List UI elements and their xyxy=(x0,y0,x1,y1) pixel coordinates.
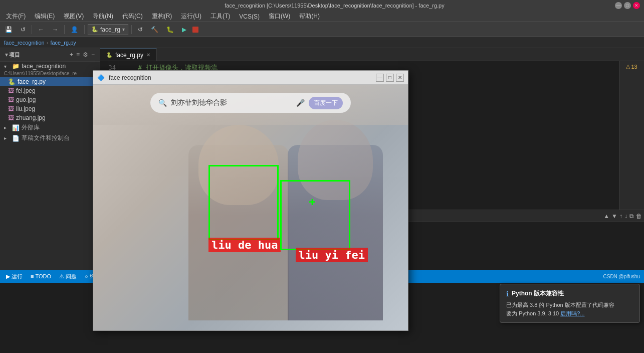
status-run-button[interactable]: ▶ 运行 xyxy=(4,273,25,280)
tree-item-face-rg[interactable]: 🐍 face_rg.py xyxy=(0,77,100,86)
face-win-maximize[interactable]: □ xyxy=(386,74,394,82)
csdn-attribution: CSDN @pifushu xyxy=(603,274,640,279)
notification-header: ℹ Python 版本兼容性 xyxy=(506,289,633,298)
face-win-minimize[interactable]: — xyxy=(376,74,384,82)
terminal-scroll-up[interactable]: ▲ xyxy=(603,213,609,220)
sync-button[interactable]: ↺ xyxy=(18,25,29,34)
tab-label: face_rg.py xyxy=(115,52,143,59)
back-button[interactable]: ← xyxy=(35,25,47,34)
save-button[interactable]: 💾 xyxy=(2,25,16,34)
search-button[interactable]: 百度一下 xyxy=(309,97,343,109)
file-icon-face-rg: 🐍 xyxy=(8,78,16,85)
face-window-titlebar: 🔷 face recognition — □ ✕ xyxy=(93,71,408,85)
menu-view[interactable]: 视图(V) xyxy=(60,11,88,22)
scratch-icon: 📄 xyxy=(12,135,20,142)
issues-icon: ⚠ xyxy=(59,273,64,280)
menu-window[interactable]: 窗口(W) xyxy=(265,11,294,22)
face-label-person1: liu de hua xyxy=(208,238,281,252)
toolbar-separator3 xyxy=(84,25,85,34)
sidebar-header: ▾ 项目 + ≡ ⚙ − xyxy=(0,48,100,62)
face-content: 🔍 刘亦菲刘德华合影 🎤 百度一下 + liu de hua liu yi fe… xyxy=(93,85,408,330)
tree-label-guo: guo.jpg xyxy=(16,96,96,103)
build-button[interactable]: 🔨 xyxy=(148,25,161,34)
todo-icon: ≡ xyxy=(31,273,34,279)
tree-item-fei[interactable]: 🖼 fei.jpeg xyxy=(0,86,100,95)
notification-title: Python 版本兼容性 xyxy=(512,289,564,298)
status-right: Python 版本兼容性 CSDN @pifushu xyxy=(603,274,640,279)
folder-icon-root: 📁 xyxy=(12,63,20,70)
notification-link[interactable]: 启用吗?... xyxy=(560,310,584,316)
tree-arrow-scratch: ▸ xyxy=(4,135,10,141)
tab-close-button[interactable]: ✕ xyxy=(146,52,150,58)
sidebar-add-button[interactable]: + xyxy=(69,50,74,59)
breadcrumb: face_recognition › face_rg.py xyxy=(0,37,644,48)
menu-edit[interactable]: 编辑(E) xyxy=(31,11,59,22)
run-label: 运行 xyxy=(12,273,23,280)
external-libs-icon: 📊 xyxy=(12,124,20,131)
minimize-button[interactable]: — xyxy=(615,2,622,9)
sidebar-actions: + ≡ ⚙ − xyxy=(69,50,96,59)
sidebar-settings-button[interactable]: ⚙ xyxy=(82,50,89,59)
sidebar-title: 项目 xyxy=(9,51,69,59)
menu-file[interactable]: 文件(F) xyxy=(2,11,30,22)
breadcrumb-project[interactable]: face_recognition xyxy=(4,40,45,46)
forward-button[interactable]: → xyxy=(49,25,61,34)
tree-item-guo[interactable]: 🖼 guo.jpg xyxy=(0,95,100,104)
notification-popup: ℹ Python 版本兼容性 已为最高 3.8 的 Python 版本配置了代码… xyxy=(500,284,640,323)
notification-icon: ℹ xyxy=(506,290,509,298)
menu-refactor[interactable]: 重构(R) xyxy=(148,11,176,22)
menu-run[interactable]: 运行(U) xyxy=(177,11,205,22)
status-todo-button[interactable]: ≡ TODO xyxy=(29,273,53,279)
close-button[interactable]: ✕ xyxy=(633,2,640,9)
menu-vcs[interactable]: VCS(S) xyxy=(235,12,264,21)
terminal-clear-button[interactable]: 🗑 xyxy=(636,213,642,220)
stop-button[interactable] xyxy=(192,27,198,33)
maximize-button[interactable]: □ xyxy=(624,2,631,9)
warning-badge: △ 13 xyxy=(626,63,637,70)
toolbar: 💾 ↺ ← → 👤 🐍 face_rg ▾ ↺ 🔨 🐛 ▶ xyxy=(0,22,644,37)
terminal-scroll-down[interactable]: ▼ xyxy=(611,213,617,220)
run-icon: ▶ xyxy=(6,273,10,280)
terminal-pin-button[interactable]: ↑ xyxy=(619,213,622,220)
warning-count: 13 xyxy=(631,64,637,70)
tree-label-liu: liu.jpeg xyxy=(16,105,96,112)
tab-face-rg[interactable]: 🐍 face_rg.py ✕ xyxy=(100,49,157,61)
file-icon-zhuang: 🖼 xyxy=(8,114,14,121)
mic-icon[interactable]: 🎤 xyxy=(296,99,305,107)
warning-panel: △ 13 xyxy=(619,61,644,210)
window-controls: — □ ✕ xyxy=(615,2,640,9)
menu-tools[interactable]: 工具(T) xyxy=(206,11,234,22)
tree-item-zhuang[interactable]: 🖼 zhuang.jpg xyxy=(0,113,100,122)
sidebar-hide-button[interactable]: − xyxy=(90,50,96,59)
tree-folder-root[interactable]: ▾ 📁 face_recognition xyxy=(0,62,100,71)
menu-bar: 文件(F) 编辑(E) 视图(V) 导航(N) 代码(C) 重构(R) 运行(U… xyxy=(0,11,644,22)
terminal-filter-button[interactable]: ↓ xyxy=(624,213,627,220)
face-win-close[interactable]: ✕ xyxy=(396,74,404,82)
breadcrumb-file[interactable]: face_rg.py xyxy=(50,40,76,46)
toolbar-separator4 xyxy=(131,25,132,34)
refresh-button[interactable]: ↺ xyxy=(135,25,146,34)
menu-help[interactable]: 帮助(H) xyxy=(295,11,324,22)
tree-item-external[interactable]: ▸ 📊 外部库 xyxy=(0,122,100,133)
tree-arrow-root: ▾ xyxy=(4,64,10,69)
tree-root-path: C:\Users\11955\Desktop\face_re xyxy=(0,71,100,77)
tree-label-scratch: 草稿文件和控制台 xyxy=(22,134,96,142)
face-win-controls: — □ ✕ xyxy=(376,74,404,82)
sidebar-list-button[interactable]: ≡ xyxy=(75,50,81,59)
run-config-dropdown[interactable]: 🐍 face_rg ▾ xyxy=(88,24,128,35)
file-icon-fei: 🖼 xyxy=(8,87,14,94)
menu-nav[interactable]: 导航(N) xyxy=(89,11,117,22)
run-button[interactable]: ▶ xyxy=(179,25,189,34)
user-button[interactable]: 👤 xyxy=(68,25,81,34)
face-recognition-window: 🔷 face recognition — □ ✕ 🔍 刘亦菲刘德华合影 🎤 百 xyxy=(93,70,408,331)
status-issues-button[interactable]: ⚠ 问题 xyxy=(57,273,79,280)
menu-code[interactable]: 代码(C) xyxy=(118,11,147,22)
face-box-green-left xyxy=(208,165,279,240)
tree-label-zhuang: zhuang.jpg xyxy=(16,114,96,121)
tree-item-scratch[interactable]: ▸ 📄 草稿文件和控制台 xyxy=(0,133,100,143)
sidebar-collapse-button[interactable]: ▾ xyxy=(4,50,9,59)
terminal-expand-button[interactable]: ⧉ xyxy=(629,213,634,220)
face-win-app-icon: 🔷 xyxy=(97,74,105,81)
tree-item-liu[interactable]: 🖼 liu.jpeg xyxy=(0,104,100,113)
debug-button[interactable]: 🐛 xyxy=(163,25,177,34)
